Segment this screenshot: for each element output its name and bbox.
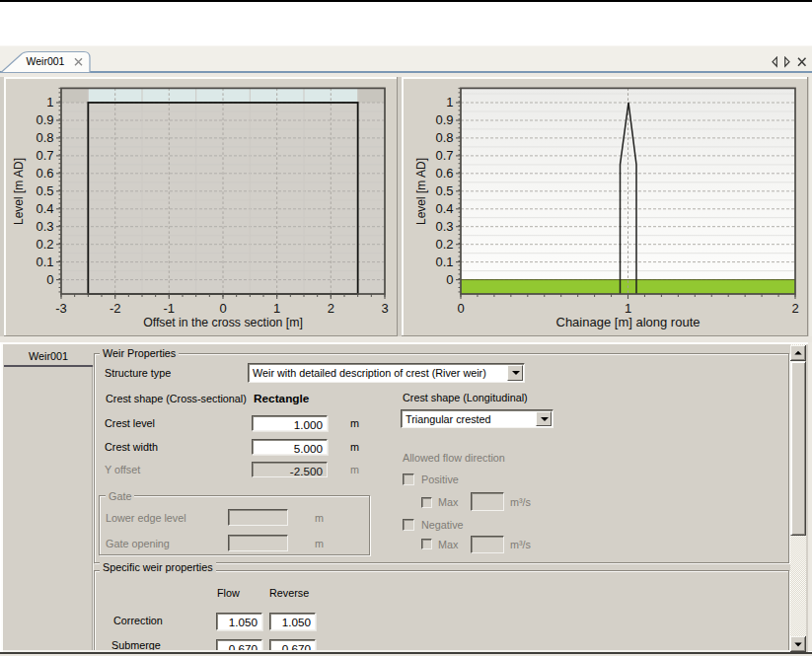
svg-text:0.8: 0.8 xyxy=(435,130,453,145)
svg-text:0.3: 0.3 xyxy=(36,219,53,234)
svg-text:3: 3 xyxy=(381,301,388,316)
svg-text:1: 1 xyxy=(46,95,53,109)
svg-text:0.7: 0.7 xyxy=(435,148,453,163)
svg-text:Offset in the cross section [m: Offset in the cross section [m] xyxy=(143,316,303,329)
svg-text:0.1: 0.1 xyxy=(435,255,453,269)
svg-text:0.1: 0.1 xyxy=(36,255,53,269)
svg-text:0.5: 0.5 xyxy=(36,183,53,198)
svg-text:0.5: 0.5 xyxy=(435,183,453,198)
svg-text:Level [m AD]: Level [m AD] xyxy=(414,158,428,225)
svg-text:-1: -1 xyxy=(164,301,176,316)
svg-text:2: 2 xyxy=(791,301,798,316)
svg-text:0.9: 0.9 xyxy=(435,112,453,127)
svg-text:0.8: 0.8 xyxy=(36,130,53,145)
svg-text:0: 0 xyxy=(219,301,226,316)
svg-text:0.9: 0.9 xyxy=(36,112,53,127)
svg-text:0.6: 0.6 xyxy=(36,166,53,181)
svg-text:-2: -2 xyxy=(110,301,121,316)
svg-text:0.4: 0.4 xyxy=(36,201,53,216)
svg-text:Weir001: Weir001 xyxy=(27,55,65,67)
svg-text:-3: -3 xyxy=(55,301,67,316)
svg-text:0.2: 0.2 xyxy=(435,237,453,252)
svg-text:0: 0 xyxy=(446,272,453,287)
svg-text:Level [m AD]: Level [m AD] xyxy=(12,158,26,225)
svg-text:0: 0 xyxy=(457,301,464,316)
svg-text:1: 1 xyxy=(273,301,280,316)
svg-text:0.6: 0.6 xyxy=(435,166,453,181)
svg-text:0: 0 xyxy=(46,272,53,287)
svg-text:0.4: 0.4 xyxy=(435,201,453,216)
svg-text:0.3: 0.3 xyxy=(435,219,453,234)
svg-text:1: 1 xyxy=(446,95,453,109)
svg-text:0.7: 0.7 xyxy=(36,148,53,163)
svg-text:Chainage [m] along route: Chainage [m] along route xyxy=(556,315,701,329)
svg-text:2: 2 xyxy=(328,301,334,316)
svg-text:0.2: 0.2 xyxy=(36,237,53,252)
